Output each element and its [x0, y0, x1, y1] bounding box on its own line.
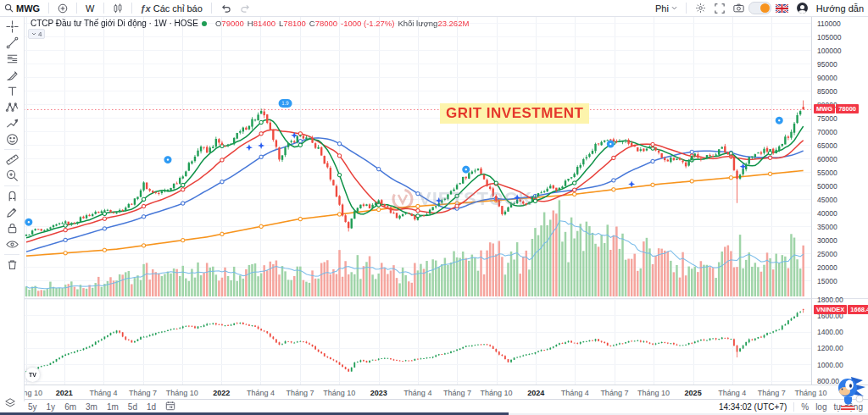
drawing-mode-tool[interactable]	[2, 204, 22, 220]
forecast-tool[interactable]	[2, 115, 22, 131]
hide-all-tool[interactable]	[2, 236, 22, 252]
object-tree-icon[interactable]	[4, 397, 16, 412]
candlestick-style-icon	[113, 3, 123, 14]
vietstock-logo-icon	[392, 188, 414, 210]
time-tick-month: Tháng 10	[795, 389, 827, 397]
indicators-collapse-button[interactable]: 4	[28, 29, 45, 39]
chart-style-button[interactable]	[108, 0, 127, 16]
zoom-in-tool[interactable]	[2, 168, 22, 184]
toggle-knob	[760, 3, 770, 13]
price-tick: 25000	[817, 250, 837, 258]
indicators-button[interactable]: ƒx Các chỉ báo	[136, 0, 207, 16]
interval-label: W	[86, 3, 94, 14]
price-tick: 50000	[817, 182, 837, 191]
vietstock-watermark-text: VIETSTOCK	[419, 188, 533, 210]
chevron-down-icon	[671, 6, 677, 10]
time-tick-month: Tháng 10	[481, 389, 513, 397]
time-tick-month: Tháng 4	[89, 389, 117, 397]
undo-icon	[220, 3, 231, 13]
help-link[interactable]: Hướng dẫn	[812, 0, 868, 16]
redo-button[interactable]	[236, 0, 255, 16]
time-tick-month: Tháng 7	[286, 389, 314, 397]
compare-add-button[interactable]	[53, 0, 72, 16]
indicators-label: Các chỉ báo	[153, 3, 203, 14]
goto-date-icon[interactable]	[165, 401, 175, 412]
index-tick: 1400.00	[817, 328, 843, 336]
help-label: Hướng dẫn	[816, 3, 864, 14]
snapshot-button[interactable]	[729, 0, 748, 16]
interval-button[interactable]: W	[81, 0, 98, 16]
settings-button[interactable]	[691, 0, 710, 16]
text-tool[interactable]	[2, 83, 22, 99]
gear-icon	[695, 3, 706, 14]
remove-all-tool[interactable]	[2, 257, 22, 273]
account-button[interactable]	[793, 0, 812, 16]
brush-tool[interactable]	[2, 67, 22, 83]
range-1y[interactable]: 1y	[47, 402, 56, 412]
time-axis[interactable]: Tháng 102021Tháng 4Tháng 7Tháng 102022Th…	[24, 385, 868, 400]
range-1d[interactable]: 1d	[147, 402, 156, 412]
log-scale-button[interactable]: log	[815, 402, 826, 412]
price-tick: 40000	[817, 209, 837, 218]
time-tick-month: Tháng 10	[24, 389, 42, 397]
magnet-tool[interactable]	[2, 188, 22, 204]
price-tick: 90000	[817, 74, 837, 82]
emoji-tool[interactable]	[2, 131, 22, 147]
symbol-search-button[interactable]: MWG	[0, 0, 44, 16]
time-tick-year: 2022	[213, 389, 230, 397]
chart-legend[interactable]: CTCP Đầu tư Thế giới Di động · 1W · HOSE…	[31, 19, 469, 28]
tradingview-logo[interactable]: TV	[25, 368, 40, 382]
clock[interactable]: 14:34:02 (UTC+7)	[719, 402, 787, 412]
time-tick-month: Tháng 7	[600, 389, 628, 397]
theme-toggle[interactable]	[748, 2, 771, 14]
index-tick: 1000.00	[817, 361, 843, 369]
time-tick-year: 2024	[527, 389, 544, 397]
time-tick-month: Tháng 4	[403, 389, 431, 397]
drawing-toolbar	[0, 16, 25, 401]
user-name: Phi	[655, 3, 669, 14]
price-tick: 65000	[817, 141, 837, 150]
top-toolbar: MWG W ƒx Các chỉ báo	[0, 0, 868, 17]
trend-line-tool[interactable]	[2, 35, 22, 51]
time-tick-month: Tháng 10	[323, 389, 355, 397]
top-toolbar-left: MWG W ƒx Các chỉ báo	[0, 0, 255, 16]
top-toolbar-right: Phi	[651, 0, 868, 16]
user-menu-button[interactable]: Phi	[651, 0, 682, 16]
range-6m[interactable]: 6m	[64, 402, 76, 412]
close-value: 78000	[315, 19, 337, 28]
undo-button[interactable]	[216, 0, 236, 16]
price-tick: 110000	[817, 19, 841, 28]
price-tick: 100000	[817, 47, 841, 55]
legend-title: CTCP Đầu tư Thế giới Di động · 1W · HOSE	[31, 19, 198, 28]
language-button[interactable]	[771, 0, 793, 16]
time-tick-month: Tháng 7	[443, 389, 471, 397]
mascot-sticker	[834, 374, 868, 415]
xabcd-pattern-tool[interactable]	[2, 99, 22, 115]
time-tick-month: Tháng 4	[247, 389, 275, 397]
grit-watermark: GRIT INVESTMENT	[440, 103, 589, 124]
fib-retracement-tool[interactable]	[2, 51, 22, 67]
price-tick: 60000	[817, 155, 837, 163]
fullscreen-button[interactable]	[710, 0, 729, 16]
ruler-tool[interactable]	[2, 152, 22, 168]
vietstock-watermark: VIETSTOCK	[392, 188, 533, 210]
crosshair-tool[interactable]	[2, 19, 22, 35]
redo-icon	[240, 3, 251, 13]
bottom-toolbar: 5y 1y 6m 3m 1m 5d 1d 14:34:02 (UTC+7) % …	[0, 399, 868, 413]
time-tick-month: Tháng 10	[166, 389, 198, 397]
percent-scale-button[interactable]: %	[801, 402, 809, 412]
time-tick-year: 2023	[370, 389, 387, 397]
time-tick-year: 2021	[56, 389, 73, 397]
range-5d[interactable]: 5d	[128, 402, 137, 412]
price-axis[interactable]: MWG78000 VNINDEX1668.44 1100001050001000…	[811, 16, 868, 385]
time-tick-month: Tháng 7	[129, 389, 157, 397]
range-1m[interactable]: 1m	[107, 402, 119, 412]
trading-chart-app: MWG W ƒx Các chỉ báo	[0, 0, 868, 415]
volume-value: 23.262M	[437, 19, 469, 28]
uk-flag-icon	[776, 4, 788, 13]
range-5y[interactable]: 5y	[28, 402, 37, 412]
volume-label: Khối lượng	[398, 19, 437, 28]
range-3m[interactable]: 3m	[86, 402, 97, 412]
time-tick-month: Tháng 4	[561, 389, 589, 397]
lock-all-tool[interactable]	[2, 220, 22, 236]
